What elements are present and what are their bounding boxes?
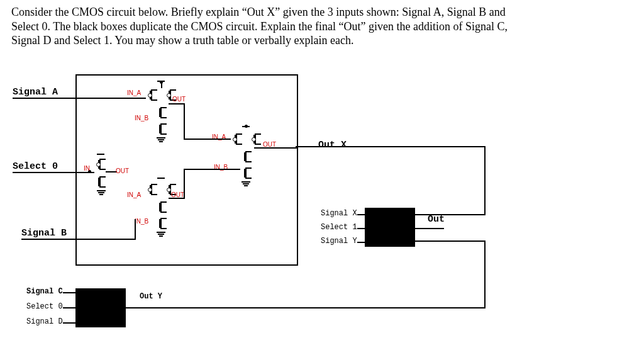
duplicate-box-1 [75,288,126,327]
main-cmos-box: IN OUT IN_A IN_B OUT [75,74,298,266]
nand2-pmos-a [146,183,160,196]
duplicate-box-2 [365,208,415,247]
nand3-out-label: OUT [263,141,276,148]
nand2-inb: IN_B [135,218,148,225]
nand1-ina: IN_A [127,89,141,96]
label-signal-x: Signal X [321,209,357,218]
inverter-vdd [97,154,104,155]
label-select-1: Select 1 [321,223,357,232]
wire-outy-right [126,307,484,308]
inverter-nmos [94,175,108,189]
nand3-pmos-b [250,132,264,146]
wire-outy-up [484,240,486,308]
nand1-nmos-a [155,106,169,120]
inverter-pmos [94,157,108,171]
nand2-nmos-a [155,200,169,214]
wire-nand2-to3h [184,169,240,170]
nand3-pmos-a [231,132,245,146]
label-signal-y: Signal Y [321,237,357,246]
question-line-3: Signal D and Select 1. You may show a tr… [11,34,353,47]
wire-sel1-stub [357,228,365,229]
inv-in-label: IN [84,165,90,172]
wire-out-final [415,228,444,229]
question-line-2: Select 0. The black boxes duplicate the … [11,20,508,33]
nand3-nmos-b [240,166,254,180]
label-select-0: Select 0 [13,161,58,172]
nand1-out-label: OUT [172,96,186,103]
wire-outx-down [484,146,486,214]
label-signal-a: Signal A [13,87,58,98]
wire-sigy-in [415,240,486,242]
label-out-x: Out X [318,140,347,150]
wire-outx-right [296,146,484,147]
nand2-ina: IN_A [127,191,141,198]
wire-nand1-to3 [184,103,185,139]
label-signal-b: Signal B [21,228,67,239]
nand1-nmos-b [155,122,169,136]
label-out: Out [428,214,445,225]
wire-sel-in [77,172,94,173]
wire-signal-b [21,239,75,240]
wire-sigx-in [415,214,486,215]
nand3-vdd-dot [245,125,248,128]
nand1-pmos-a [146,88,160,102]
wire-sel-0b [63,307,75,308]
wire-sigy-stub [357,242,365,243]
label-out-y: Out Y [140,292,162,301]
question-text: Consider the CMOS circuit below. Briefly… [11,5,634,48]
wire-b-in [77,239,135,240]
nand1-vdd-dot [160,81,163,84]
label-select-0b: Select 0 [26,302,63,311]
nand1-out-wire [169,103,184,105]
inv-out-label: OUT [116,167,129,174]
nand1-inb: IN_B [135,115,148,122]
nand2-vdd [157,178,165,179]
label-signal-d: Signal D [26,317,63,326]
nand2-nmos-b [155,217,169,230]
wire-a-in [77,98,146,99]
wire-nand2-to3 [184,169,185,199]
nand2-out-label: OUT [171,191,184,198]
page-root: Consider the CMOS circuit below. Briefly… [0,0,644,362]
nand3-nmos-a [240,150,254,164]
wire-signal-a [13,98,75,99]
wire-b-up [135,219,136,240]
label-signal-c: Signal C [26,287,63,296]
question-line-1: Consider the CMOS circuit below. Briefly… [11,6,506,18]
wire-select-0 [13,172,75,173]
wire-sig-c [63,292,75,293]
wire-sig-d [63,322,75,324]
wire-sigx-stub [357,214,365,215]
wire-nand1-to3h [184,139,231,140]
